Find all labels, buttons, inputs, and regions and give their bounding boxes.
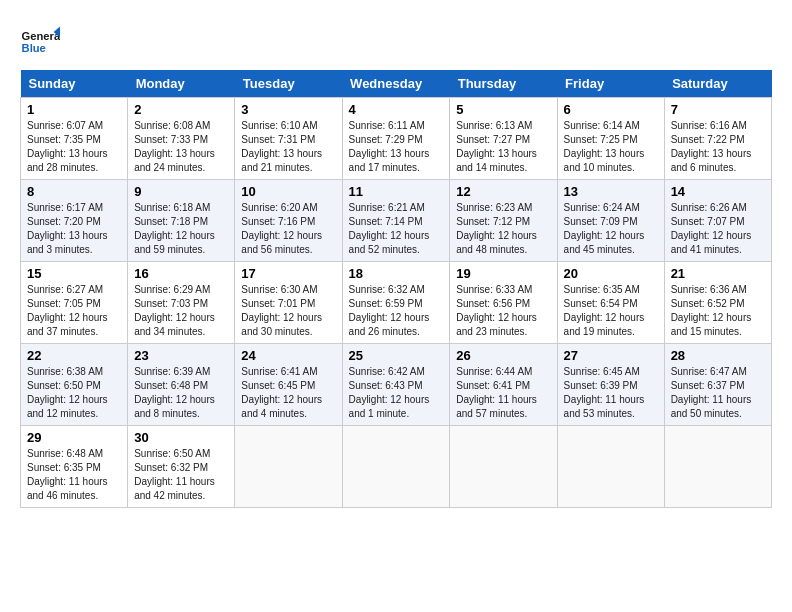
calendar-cell: 15Sunrise: 6:27 AM Sunset: 7:05 PM Dayli… [21, 262, 128, 344]
day-info: Sunrise: 6:07 AM Sunset: 7:35 PM Dayligh… [27, 119, 121, 175]
day-number: 18 [349, 266, 444, 281]
calendar-cell: 11Sunrise: 6:21 AM Sunset: 7:14 PM Dayli… [342, 180, 450, 262]
calendar-cell: 23Sunrise: 6:39 AM Sunset: 6:48 PM Dayli… [128, 344, 235, 426]
day-of-week-header: Friday [557, 70, 664, 98]
page-header: General Blue [20, 20, 772, 60]
calendar-cell: 22Sunrise: 6:38 AM Sunset: 6:50 PM Dayli… [21, 344, 128, 426]
day-number: 17 [241, 266, 335, 281]
day-info: Sunrise: 6:26 AM Sunset: 7:07 PM Dayligh… [671, 201, 765, 257]
day-number: 4 [349, 102, 444, 117]
day-of-week-header: Monday [128, 70, 235, 98]
day-info: Sunrise: 6:17 AM Sunset: 7:20 PM Dayligh… [27, 201, 121, 257]
calendar-cell: 24Sunrise: 6:41 AM Sunset: 6:45 PM Dayli… [235, 344, 342, 426]
day-number: 23 [134, 348, 228, 363]
day-number: 11 [349, 184, 444, 199]
calendar-cell [235, 426, 342, 508]
day-info: Sunrise: 6:48 AM Sunset: 6:35 PM Dayligh… [27, 447, 121, 503]
day-info: Sunrise: 6:08 AM Sunset: 7:33 PM Dayligh… [134, 119, 228, 175]
day-info: Sunrise: 6:36 AM Sunset: 6:52 PM Dayligh… [671, 283, 765, 339]
day-info: Sunrise: 6:11 AM Sunset: 7:29 PM Dayligh… [349, 119, 444, 175]
calendar-cell: 12Sunrise: 6:23 AM Sunset: 7:12 PM Dayli… [450, 180, 557, 262]
calendar-table: SundayMondayTuesdayWednesdayThursdayFrid… [20, 70, 772, 508]
calendar-cell: 1Sunrise: 6:07 AM Sunset: 7:35 PM Daylig… [21, 98, 128, 180]
logo: General Blue [20, 20, 64, 60]
calendar-cell: 7Sunrise: 6:16 AM Sunset: 7:22 PM Daylig… [664, 98, 771, 180]
calendar-cell: 9Sunrise: 6:18 AM Sunset: 7:18 PM Daylig… [128, 180, 235, 262]
calendar-cell: 18Sunrise: 6:32 AM Sunset: 6:59 PM Dayli… [342, 262, 450, 344]
calendar-cell: 3Sunrise: 6:10 AM Sunset: 7:31 PM Daylig… [235, 98, 342, 180]
day-number: 22 [27, 348, 121, 363]
day-number: 28 [671, 348, 765, 363]
calendar-cell: 28Sunrise: 6:47 AM Sunset: 6:37 PM Dayli… [664, 344, 771, 426]
day-number: 30 [134, 430, 228, 445]
day-of-week-header: Thursday [450, 70, 557, 98]
svg-text:Blue: Blue [22, 42, 46, 54]
calendar-cell: 13Sunrise: 6:24 AM Sunset: 7:09 PM Dayli… [557, 180, 664, 262]
day-number: 20 [564, 266, 658, 281]
calendar-cell: 2Sunrise: 6:08 AM Sunset: 7:33 PM Daylig… [128, 98, 235, 180]
day-number: 3 [241, 102, 335, 117]
day-number: 24 [241, 348, 335, 363]
day-info: Sunrise: 6:45 AM Sunset: 6:39 PM Dayligh… [564, 365, 658, 421]
day-info: Sunrise: 6:14 AM Sunset: 7:25 PM Dayligh… [564, 119, 658, 175]
calendar-cell [450, 426, 557, 508]
day-info: Sunrise: 6:21 AM Sunset: 7:14 PM Dayligh… [349, 201, 444, 257]
calendar-cell: 17Sunrise: 6:30 AM Sunset: 7:01 PM Dayli… [235, 262, 342, 344]
calendar-cell: 26Sunrise: 6:44 AM Sunset: 6:41 PM Dayli… [450, 344, 557, 426]
day-of-week-header: Sunday [21, 70, 128, 98]
day-info: Sunrise: 6:35 AM Sunset: 6:54 PM Dayligh… [564, 283, 658, 339]
day-number: 6 [564, 102, 658, 117]
calendar-week-row: 22Sunrise: 6:38 AM Sunset: 6:50 PM Dayli… [21, 344, 772, 426]
day-info: Sunrise: 6:42 AM Sunset: 6:43 PM Dayligh… [349, 365, 444, 421]
calendar-week-row: 15Sunrise: 6:27 AM Sunset: 7:05 PM Dayli… [21, 262, 772, 344]
day-number: 13 [564, 184, 658, 199]
calendar-week-row: 29Sunrise: 6:48 AM Sunset: 6:35 PM Dayli… [21, 426, 772, 508]
day-number: 1 [27, 102, 121, 117]
calendar-week-row: 8Sunrise: 6:17 AM Sunset: 7:20 PM Daylig… [21, 180, 772, 262]
day-info: Sunrise: 6:20 AM Sunset: 7:16 PM Dayligh… [241, 201, 335, 257]
day-info: Sunrise: 6:39 AM Sunset: 6:48 PM Dayligh… [134, 365, 228, 421]
calendar-cell: 16Sunrise: 6:29 AM Sunset: 7:03 PM Dayli… [128, 262, 235, 344]
day-info: Sunrise: 6:16 AM Sunset: 7:22 PM Dayligh… [671, 119, 765, 175]
day-info: Sunrise: 6:18 AM Sunset: 7:18 PM Dayligh… [134, 201, 228, 257]
day-number: 15 [27, 266, 121, 281]
day-info: Sunrise: 6:30 AM Sunset: 7:01 PM Dayligh… [241, 283, 335, 339]
calendar-cell: 29Sunrise: 6:48 AM Sunset: 6:35 PM Dayli… [21, 426, 128, 508]
day-info: Sunrise: 6:50 AM Sunset: 6:32 PM Dayligh… [134, 447, 228, 503]
day-number: 27 [564, 348, 658, 363]
day-number: 29 [27, 430, 121, 445]
day-number: 10 [241, 184, 335, 199]
day-of-week-header: Saturday [664, 70, 771, 98]
calendar-cell: 30Sunrise: 6:50 AM Sunset: 6:32 PM Dayli… [128, 426, 235, 508]
day-number: 5 [456, 102, 550, 117]
calendar-cell: 20Sunrise: 6:35 AM Sunset: 6:54 PM Dayli… [557, 262, 664, 344]
day-info: Sunrise: 6:24 AM Sunset: 7:09 PM Dayligh… [564, 201, 658, 257]
day-info: Sunrise: 6:29 AM Sunset: 7:03 PM Dayligh… [134, 283, 228, 339]
day-info: Sunrise: 6:44 AM Sunset: 6:41 PM Dayligh… [456, 365, 550, 421]
day-number: 26 [456, 348, 550, 363]
calendar-cell [342, 426, 450, 508]
day-number: 2 [134, 102, 228, 117]
day-info: Sunrise: 6:33 AM Sunset: 6:56 PM Dayligh… [456, 283, 550, 339]
calendar-cell: 14Sunrise: 6:26 AM Sunset: 7:07 PM Dayli… [664, 180, 771, 262]
day-number: 7 [671, 102, 765, 117]
day-info: Sunrise: 6:10 AM Sunset: 7:31 PM Dayligh… [241, 119, 335, 175]
day-number: 14 [671, 184, 765, 199]
day-info: Sunrise: 6:27 AM Sunset: 7:05 PM Dayligh… [27, 283, 121, 339]
logo-icon: General Blue [20, 20, 60, 60]
day-number: 8 [27, 184, 121, 199]
calendar-cell: 27Sunrise: 6:45 AM Sunset: 6:39 PM Dayli… [557, 344, 664, 426]
calendar-cell: 19Sunrise: 6:33 AM Sunset: 6:56 PM Dayli… [450, 262, 557, 344]
day-info: Sunrise: 6:47 AM Sunset: 6:37 PM Dayligh… [671, 365, 765, 421]
day-number: 19 [456, 266, 550, 281]
day-info: Sunrise: 6:13 AM Sunset: 7:27 PM Dayligh… [456, 119, 550, 175]
calendar-cell: 6Sunrise: 6:14 AM Sunset: 7:25 PM Daylig… [557, 98, 664, 180]
calendar-cell: 25Sunrise: 6:42 AM Sunset: 6:43 PM Dayli… [342, 344, 450, 426]
calendar-cell [557, 426, 664, 508]
calendar-week-row: 1Sunrise: 6:07 AM Sunset: 7:35 PM Daylig… [21, 98, 772, 180]
calendar-cell: 10Sunrise: 6:20 AM Sunset: 7:16 PM Dayli… [235, 180, 342, 262]
day-number: 25 [349, 348, 444, 363]
day-info: Sunrise: 6:32 AM Sunset: 6:59 PM Dayligh… [349, 283, 444, 339]
day-info: Sunrise: 6:41 AM Sunset: 6:45 PM Dayligh… [241, 365, 335, 421]
calendar-cell: 5Sunrise: 6:13 AM Sunset: 7:27 PM Daylig… [450, 98, 557, 180]
